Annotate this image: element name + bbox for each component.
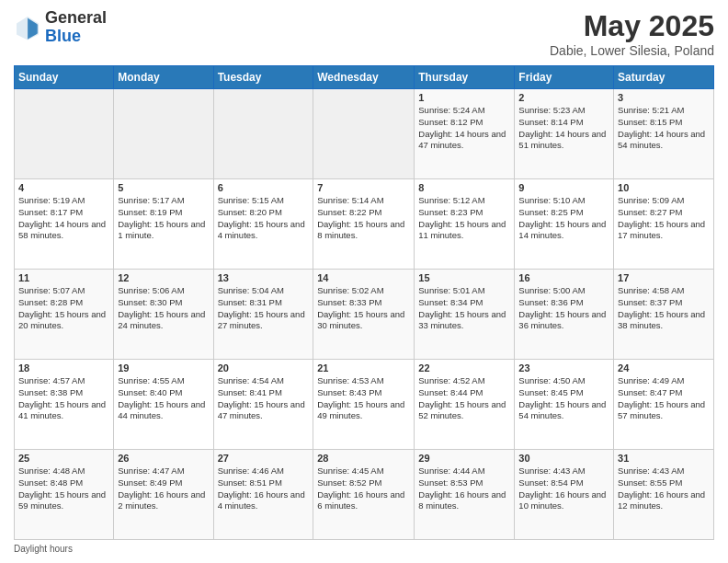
calendar-cell: 28Sunrise: 4:45 AM Sunset: 8:52 PM Dayli… — [313, 450, 415, 540]
calendar-cell: 7Sunrise: 5:14 AM Sunset: 8:22 PM Daylig… — [313, 179, 415, 270]
calendar: SundayMondayTuesdayWednesdayThursdayFrid… — [14, 65, 714, 540]
day-number: 27 — [218, 453, 310, 464]
day-info: Sunrise: 4:45 AM Sunset: 8:52 PM Dayligh… — [317, 465, 410, 512]
day-number: 26 — [118, 453, 209, 464]
day-number: 24 — [618, 362, 710, 373]
day-info: Sunrise: 5:12 AM Sunset: 8:23 PM Dayligh… — [418, 195, 510, 242]
calendar-cell: 1Sunrise: 5:24 AM Sunset: 8:12 PM Daylig… — [415, 89, 515, 179]
calendar-week-4: 25Sunrise: 4:48 AM Sunset: 8:48 PM Dayli… — [15, 450, 714, 540]
calendar-week-1: 4Sunrise: 5:19 AM Sunset: 8:17 PM Daylig… — [15, 179, 714, 270]
day-info: Sunrise: 5:02 AM Sunset: 8:33 PM Dayligh… — [317, 285, 410, 332]
calendar-cell — [313, 89, 415, 179]
calendar-cell: 24Sunrise: 4:49 AM Sunset: 8:47 PM Dayli… — [614, 360, 714, 450]
footer-note: Daylight hours — [14, 544, 714, 554]
calendar-cell: 9Sunrise: 5:10 AM Sunset: 8:25 PM Daylig… — [515, 179, 614, 270]
calendar-cell: 23Sunrise: 4:50 AM Sunset: 8:45 PM Dayli… — [515, 360, 614, 450]
day-info: Sunrise: 4:52 AM Sunset: 8:44 PM Dayligh… — [418, 375, 510, 422]
calendar-cell: 4Sunrise: 5:19 AM Sunset: 8:17 PM Daylig… — [15, 179, 114, 270]
day-info: Sunrise: 5:17 AM Sunset: 8:19 PM Dayligh… — [118, 195, 209, 242]
day-info: Sunrise: 4:49 AM Sunset: 8:47 PM Dayligh… — [618, 375, 710, 422]
day-info: Sunrise: 4:50 AM Sunset: 8:45 PM Dayligh… — [518, 375, 609, 422]
day-info: Sunrise: 5:19 AM Sunset: 8:17 PM Dayligh… — [18, 195, 109, 242]
day-info: Sunrise: 5:07 AM Sunset: 8:28 PM Dayligh… — [18, 285, 109, 332]
day-info: Sunrise: 5:00 AM Sunset: 8:36 PM Dayligh… — [518, 285, 609, 332]
svg-marker-2 — [28, 17, 38, 39]
day-number: 25 — [18, 453, 109, 464]
day-info: Sunrise: 5:14 AM Sunset: 8:22 PM Dayligh… — [317, 195, 410, 242]
day-number: 14 — [317, 272, 410, 283]
day-info: Sunrise: 4:43 AM Sunset: 8:55 PM Dayligh… — [618, 465, 710, 512]
day-info: Sunrise: 5:15 AM Sunset: 8:20 PM Dayligh… — [218, 195, 310, 242]
day-number: 21 — [317, 362, 410, 373]
calendar-cell — [15, 89, 114, 179]
day-info: Sunrise: 4:57 AM Sunset: 8:38 PM Dayligh… — [18, 375, 109, 422]
day-info: Sunrise: 5:06 AM Sunset: 8:30 PM Dayligh… — [118, 285, 209, 332]
day-info: Sunrise: 5:21 AM Sunset: 8:15 PM Dayligh… — [618, 105, 710, 152]
day-number: 2 — [518, 92, 609, 103]
day-info: Sunrise: 4:54 AM Sunset: 8:41 PM Dayligh… — [218, 375, 310, 422]
calendar-cell: 17Sunrise: 4:58 AM Sunset: 8:37 PM Dayli… — [614, 270, 714, 360]
day-number: 9 — [518, 182, 609, 193]
day-info: Sunrise: 4:55 AM Sunset: 8:40 PM Dayligh… — [118, 375, 209, 422]
day-number: 8 — [418, 182, 510, 193]
calendar-cell: 20Sunrise: 4:54 AM Sunset: 8:41 PM Dayli… — [213, 360, 313, 450]
day-number: 20 — [218, 362, 310, 373]
day-info: Sunrise: 5:01 AM Sunset: 8:34 PM Dayligh… — [418, 285, 510, 332]
logo-general: General — [45, 8, 107, 27]
day-number: 6 — [218, 182, 310, 193]
location: Dabie, Lower Silesia, Poland — [550, 43, 714, 58]
logo-icon — [14, 14, 41, 41]
calendar-cell: 5Sunrise: 5:17 AM Sunset: 8:19 PM Daylig… — [114, 179, 213, 270]
calendar-cell — [114, 89, 213, 179]
day-header-tuesday: Tuesday — [213, 66, 313, 89]
day-number: 4 — [18, 182, 109, 193]
day-number: 23 — [518, 362, 609, 373]
day-number: 17 — [618, 272, 710, 283]
calendar-cell: 19Sunrise: 4:55 AM Sunset: 8:40 PM Dayli… — [114, 360, 213, 450]
day-number: 13 — [218, 272, 310, 283]
day-info: Sunrise: 5:10 AM Sunset: 8:25 PM Dayligh… — [518, 195, 609, 242]
day-number: 22 — [418, 362, 510, 373]
day-number: 10 — [618, 182, 710, 193]
day-header-friday: Friday — [515, 66, 614, 89]
day-number: 30 — [518, 453, 609, 464]
calendar-cell: 11Sunrise: 5:07 AM Sunset: 8:28 PM Dayli… — [15, 270, 114, 360]
day-info: Sunrise: 4:43 AM Sunset: 8:54 PM Dayligh… — [518, 465, 609, 512]
day-number: 18 — [18, 362, 109, 373]
calendar-cell: 10Sunrise: 5:09 AM Sunset: 8:27 PM Dayli… — [614, 179, 714, 270]
day-header-sunday: Sunday — [15, 66, 114, 89]
calendar-cell: 22Sunrise: 4:52 AM Sunset: 8:44 PM Dayli… — [415, 360, 515, 450]
calendar-cell: 15Sunrise: 5:01 AM Sunset: 8:34 PM Dayli… — [415, 270, 515, 360]
day-number: 29 — [418, 453, 510, 464]
day-info: Sunrise: 5:04 AM Sunset: 8:31 PM Dayligh… — [218, 285, 310, 332]
title-area: May 2025 Dabie, Lower Silesia, Poland — [550, 9, 714, 58]
day-number: 28 — [317, 453, 410, 464]
calendar-cell: 6Sunrise: 5:15 AM Sunset: 8:20 PM Daylig… — [213, 179, 313, 270]
day-info: Sunrise: 4:48 AM Sunset: 8:48 PM Dayligh… — [18, 465, 109, 512]
calendar-week-0: 1Sunrise: 5:24 AM Sunset: 8:12 PM Daylig… — [15, 89, 714, 179]
calendar-cell: 13Sunrise: 5:04 AM Sunset: 8:31 PM Dayli… — [213, 270, 313, 360]
calendar-cell: 25Sunrise: 4:48 AM Sunset: 8:48 PM Dayli… — [15, 450, 114, 540]
calendar-header-row: SundayMondayTuesdayWednesdayThursdayFrid… — [15, 66, 714, 89]
calendar-cell: 26Sunrise: 4:47 AM Sunset: 8:49 PM Dayli… — [114, 450, 213, 540]
calendar-week-2: 11Sunrise: 5:07 AM Sunset: 8:28 PM Dayli… — [15, 270, 714, 360]
day-number: 12 — [118, 272, 209, 283]
day-info: Sunrise: 4:46 AM Sunset: 8:51 PM Dayligh… — [218, 465, 310, 512]
day-number: 7 — [317, 182, 410, 193]
page: General Blue May 2025 Dabie, Lower Siles… — [0, 0, 728, 563]
day-header-wednesday: Wednesday — [313, 66, 415, 89]
day-info: Sunrise: 4:44 AM Sunset: 8:53 PM Dayligh… — [418, 465, 510, 512]
calendar-cell: 21Sunrise: 4:53 AM Sunset: 8:43 PM Dayli… — [313, 360, 415, 450]
day-number: 15 — [418, 272, 510, 283]
day-info: Sunrise: 5:09 AM Sunset: 8:27 PM Dayligh… — [618, 195, 710, 242]
day-info: Sunrise: 4:58 AM Sunset: 8:37 PM Dayligh… — [618, 285, 710, 332]
calendar-cell: 27Sunrise: 4:46 AM Sunset: 8:51 PM Dayli… — [213, 450, 313, 540]
calendar-cell: 31Sunrise: 4:43 AM Sunset: 8:55 PM Dayli… — [614, 450, 714, 540]
day-number: 5 — [118, 182, 209, 193]
calendar-week-3: 18Sunrise: 4:57 AM Sunset: 8:38 PM Dayli… — [15, 360, 714, 450]
calendar-cell: 12Sunrise: 5:06 AM Sunset: 8:30 PM Dayli… — [114, 270, 213, 360]
day-number: 31 — [618, 453, 710, 464]
logo: General Blue — [14, 9, 107, 46]
day-info: Sunrise: 5:23 AM Sunset: 8:14 PM Dayligh… — [518, 105, 609, 152]
day-header-saturday: Saturday — [614, 66, 714, 89]
